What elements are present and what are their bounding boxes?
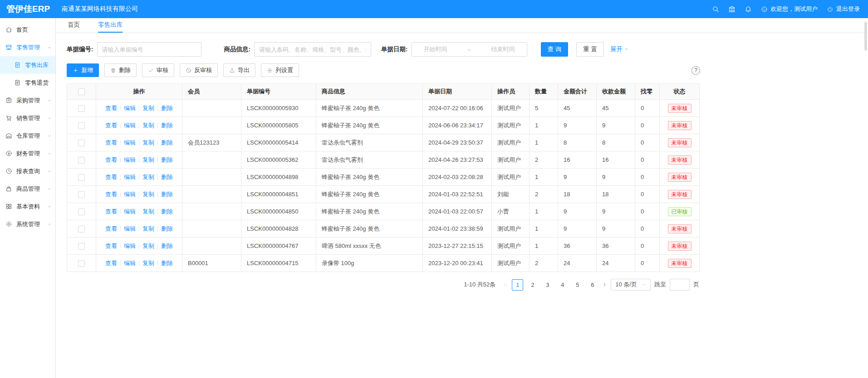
bill-no-input[interactable] xyxy=(97,42,201,57)
check-button[interactable]: 审核 xyxy=(142,63,174,77)
row-checkbox[interactable] xyxy=(78,157,85,164)
action-copy-link[interactable]: 复制 xyxy=(142,260,154,267)
action-view-link[interactable]: 查看 xyxy=(105,122,117,129)
page-button-3[interactable]: 3 xyxy=(542,279,553,291)
action-delete-link[interactable]: 删除 xyxy=(161,191,173,198)
jump-page-input[interactable] xyxy=(670,279,690,291)
action-copy-link[interactable]: 复制 xyxy=(142,191,154,198)
action-view-link[interactable]: 查看 xyxy=(105,105,117,111)
plus-button[interactable]: 新增 xyxy=(67,63,99,77)
action-delete-link[interactable]: 删除 xyxy=(161,105,173,111)
action-edit-link[interactable]: 编辑 xyxy=(124,242,136,249)
gear-button[interactable]: 列设置 xyxy=(261,63,299,77)
action-delete-link[interactable]: 删除 xyxy=(161,242,173,249)
action-edit-link[interactable]: 编辑 xyxy=(124,191,136,198)
search-button[interactable]: 查 询 xyxy=(541,42,569,57)
action-copy-link[interactable]: 复制 xyxy=(142,139,154,146)
sidebar-item-gear[interactable]: 系统管理 xyxy=(0,215,55,233)
scrollbar-thumb[interactable] xyxy=(864,22,867,51)
action-view-link[interactable]: 查看 xyxy=(105,225,117,232)
action-copy-link[interactable]: 复制 xyxy=(142,174,154,180)
action-view-link[interactable]: 查看 xyxy=(105,208,117,215)
sidebar-item-bag[interactable]: 商品管理 xyxy=(0,180,55,198)
row-checkbox[interactable] xyxy=(78,174,85,181)
action-copy-link[interactable]: 复制 xyxy=(142,242,154,249)
divider xyxy=(139,243,139,249)
ban-button[interactable]: 反审核 xyxy=(180,63,218,77)
action-delete-link[interactable]: 删除 xyxy=(161,174,173,180)
row-checkbox[interactable] xyxy=(78,191,85,198)
action-view-link[interactable]: 查看 xyxy=(105,174,117,180)
tab-active[interactable]: 零售出库 xyxy=(98,18,123,33)
action-delete-link[interactable]: 删除 xyxy=(161,156,173,163)
table-row: 查看编辑复制删除会员123123LSCK00000005414雷达杀虫气雾剂20… xyxy=(67,134,700,151)
sidebar-item-grid[interactable]: 基本资料 xyxy=(0,198,55,215)
action-view-link[interactable]: 查看 xyxy=(105,260,117,267)
row-checkbox[interactable] xyxy=(78,208,85,215)
sidebar-item-cart[interactable]: 销售管理 xyxy=(0,109,55,127)
page-button-4[interactable]: 4 xyxy=(557,279,568,291)
row-checkbox[interactable] xyxy=(78,140,85,146)
action-delete-link[interactable]: 删除 xyxy=(161,208,173,215)
action-delete-link[interactable]: 删除 xyxy=(161,260,173,267)
sidebar-item-clock[interactable]: 报表查询 xyxy=(0,162,55,180)
expand-link[interactable]: 展开 xyxy=(610,45,629,53)
row-checkbox[interactable] xyxy=(78,260,85,267)
bank-icon[interactable] xyxy=(728,5,736,13)
next-page-button[interactable] xyxy=(602,282,607,287)
sidebar-item-coin[interactable]: 财务管理 xyxy=(0,145,55,162)
tab-item[interactable]: 首页 xyxy=(68,18,80,33)
goods-input[interactable] xyxy=(254,42,371,57)
action-view-link[interactable]: 查看 xyxy=(105,156,117,163)
action-edit-link[interactable]: 编辑 xyxy=(124,156,136,163)
action-edit-link[interactable]: 编辑 xyxy=(124,105,136,111)
logout-button[interactable]: 退出登录 xyxy=(827,5,860,13)
search-icon[interactable] xyxy=(712,5,719,13)
action-edit-link[interactable]: 编辑 xyxy=(124,225,136,232)
action-edit-link[interactable]: 编辑 xyxy=(124,122,136,129)
page-button-5[interactable]: 5 xyxy=(572,279,583,291)
sidebar-item-shop[interactable]: 零售管理 xyxy=(0,39,55,56)
action-copy-link[interactable]: 复制 xyxy=(142,225,154,232)
action-delete-link[interactable]: 删除 xyxy=(161,122,173,129)
action-edit-link[interactable]: 编辑 xyxy=(124,208,136,215)
trash-button[interactable]: 删除 xyxy=(104,63,137,77)
page-button-2[interactable]: 2 xyxy=(527,279,538,291)
page-size-select[interactable]: 10 条/页 xyxy=(611,279,651,291)
sidebar-item-home[interactable]: 首页 xyxy=(0,21,55,39)
help-icon[interactable]: ? xyxy=(691,66,700,75)
date-range-picker[interactable]: 开始时间 ~ 结束时间 xyxy=(412,42,527,57)
prev-page-button[interactable] xyxy=(503,282,508,287)
action-view-link[interactable]: 查看 xyxy=(105,242,117,249)
table-row: 查看编辑复制删除LSCK00000004850蜂蜜柚子茶 240g 黄色2024… xyxy=(67,203,700,220)
welcome-user[interactable]: 欢迎您，测试用户 xyxy=(761,5,818,13)
reset-button[interactable]: 重 置 xyxy=(576,42,604,57)
sidebar-item-doc[interactable]: 零售退货 xyxy=(0,74,55,92)
sidebar-item-box[interactable]: 仓库管理 xyxy=(0,127,55,145)
action-view-link[interactable]: 查看 xyxy=(105,191,117,198)
page-button-1[interactable]: 1 xyxy=(512,279,523,291)
action-copy-link[interactable]: 复制 xyxy=(142,156,154,163)
row-checkbox[interactable] xyxy=(78,105,85,112)
page-button-6[interactable]: 6 xyxy=(587,279,598,291)
divider xyxy=(120,157,121,163)
action-copy-link[interactable]: 复制 xyxy=(142,105,154,111)
export-button[interactable]: 导出 xyxy=(223,63,255,77)
action-copy-link[interactable]: 复制 xyxy=(142,208,154,215)
row-checkbox[interactable] xyxy=(78,243,85,250)
cell-received: 9 xyxy=(597,203,635,220)
sidebar-item-clipboard[interactable]: 采购管理 xyxy=(0,92,55,109)
action-edit-link[interactable]: 编辑 xyxy=(124,260,136,267)
select-all-checkbox[interactable] xyxy=(78,88,85,95)
action-view-link[interactable]: 查看 xyxy=(105,139,117,146)
action-copy-link[interactable]: 复制 xyxy=(142,122,154,129)
action-edit-link[interactable]: 编辑 xyxy=(124,139,136,146)
action-delete-link[interactable]: 删除 xyxy=(161,225,173,232)
row-checkbox[interactable] xyxy=(78,122,85,129)
cell-bill-no: LSCK00000004828 xyxy=(241,220,316,237)
action-delete-link[interactable]: 删除 xyxy=(161,139,173,146)
row-checkbox[interactable] xyxy=(78,226,85,233)
sidebar-item-doc[interactable]: 零售出库 xyxy=(0,56,55,74)
action-edit-link[interactable]: 编辑 xyxy=(124,174,136,180)
bell-icon[interactable] xyxy=(745,5,752,13)
